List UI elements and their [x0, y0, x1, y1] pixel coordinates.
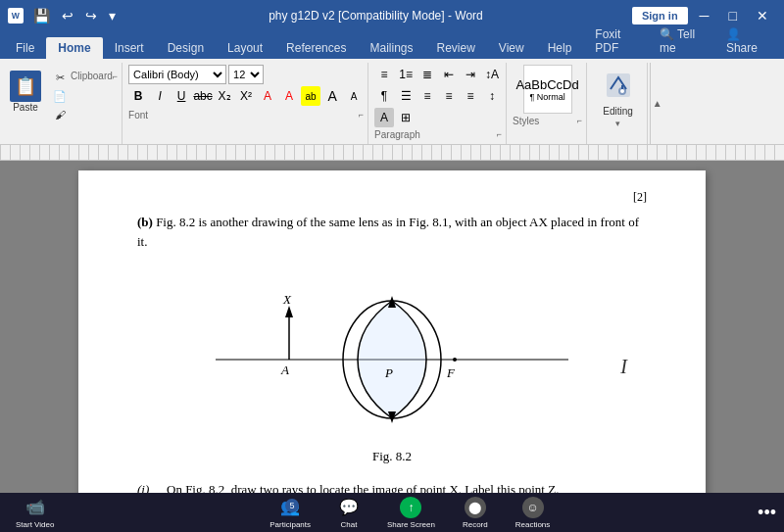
font-color-button[interactable]: A [279, 86, 299, 106]
decrease-indent-button[interactable]: ⇤ [439, 65, 459, 84]
svg-text:A: A [280, 363, 289, 377]
tab-review[interactable]: Review [424, 37, 486, 59]
video-icon: 📹 [24, 497, 46, 518]
cut-button[interactable]: ✂ [49, 69, 71, 86]
participants-label: Participants [270, 520, 311, 529]
font-name-select[interactable]: Calibri (Body) [128, 65, 226, 84]
save-button[interactable]: 💾 [29, 6, 54, 25]
svg-marker-15 [388, 411, 396, 423]
svg-text:F: F [446, 365, 456, 380]
tab-view[interactable]: View [487, 37, 536, 59]
italic-button[interactable]: I [150, 86, 170, 106]
tab-mailings[interactable]: Mailings [358, 37, 424, 59]
font-size-select[interactable]: 12 [228, 65, 264, 84]
show-marks-button[interactable]: ¶ [374, 86, 394, 106]
tab-references[interactable]: References [274, 37, 358, 59]
clear-format-button[interactable]: A [258, 86, 277, 106]
copy-button[interactable]: 📄 [49, 87, 71, 105]
minimize-button[interactable]: ─ [692, 6, 717, 25]
editing-button[interactable]: Editing [601, 65, 636, 117]
subscript-button[interactable]: X₂ [215, 86, 234, 106]
tab-tell-me[interactable]: 🔍 Tell me [652, 24, 714, 59]
svg-text:X: X [282, 292, 292, 307]
font-group-label: Font [128, 110, 148, 121]
tab-home[interactable]: Home [46, 37, 102, 59]
shrink-font-button[interactable]: A [344, 86, 364, 106]
underline-button[interactable]: U [172, 86, 191, 106]
document-page[interactable]: [2] (b) Fig. 8.2 is another drawing of t… [78, 170, 706, 508]
ruler [0, 145, 784, 161]
tab-file[interactable]: File [4, 37, 46, 59]
document-area: [2] (b) Fig. 8.2 is another drawing of t… [0, 161, 784, 508]
grow-font-button[interactable]: A [322, 86, 342, 106]
svg-point-13 [453, 358, 457, 362]
para-buttons: ≡ 1≡ ≣ ⇤ ⇥ ↕A ¶ ☰ ≡ ≡ ≡ ↕ A ⊞ [374, 65, 502, 127]
clipboard-group: 📋 Paste ✂ 📄 🖌 Clipboard ⌐ [2, 63, 122, 144]
title-bar-left: W 💾 ↩ ↪ ▾ [8, 6, 120, 25]
align-right-button[interactable]: ≡ [439, 86, 459, 106]
collapse-ribbon-button[interactable]: ▲ [650, 63, 663, 144]
font-group: Calibri (Body) 12 B I U abc X₂ X² A A ab… [124, 63, 368, 144]
reactions-button[interactable]: ☺ Reactions [508, 495, 559, 531]
strikethrough-button[interactable]: abc [193, 86, 213, 106]
tab-insert[interactable]: Insert [103, 37, 156, 59]
numbering-button[interactable]: 1≡ [396, 65, 416, 84]
font-expand[interactable]: ⌐ [359, 110, 364, 121]
sort-button[interactable]: ↕A [482, 65, 502, 84]
paragraph-expand[interactable]: ⌐ [497, 129, 502, 140]
styles-button[interactable]: AaBbCcDd ¶ Normal [523, 65, 572, 114]
tab-help[interactable]: Help [536, 37, 584, 59]
tab-foxit[interactable]: Foxit PDF [583, 24, 652, 59]
editing-arrow: ▾ [615, 119, 620, 128]
ruler-inner [0, 145, 784, 160]
highlight-button[interactable]: ab [301, 86, 320, 106]
styles-gallery: AaBbCcDd ¶ Normal [523, 65, 572, 114]
svg-text:P: P [384, 365, 393, 380]
format-painter-button[interactable]: 🖌 [49, 106, 71, 123]
bold-button[interactable]: B [128, 86, 148, 106]
participants-button[interactable]: 👥 5 Participants [262, 495, 318, 531]
paragraph-b: (b) Fig. 8.2 is another drawing of the s… [137, 213, 647, 251]
taskbar: 📹 Start Video 👥 5 Participants 💬 Chat ↑ … [0, 493, 784, 532]
taskbar-more-button[interactable]: ••• [758, 503, 776, 523]
paste-icon: 📋 [10, 71, 41, 102]
bullets-button[interactable]: ≡ [374, 65, 394, 84]
ribbon-toolbar: 📋 Paste ✂ 📄 🖌 Clipboard ⌐ Calibri (Body)… [0, 59, 784, 145]
svg-text:W: W [12, 11, 21, 21]
justify-button[interactable]: ≡ [461, 86, 480, 106]
svg-marker-14 [388, 296, 396, 308]
taskbar-video[interactable]: 📹 Start Video [8, 495, 62, 531]
record-icon: ⬤ [465, 497, 486, 518]
close-button[interactable]: ✕ [749, 6, 776, 25]
taskbar-center: 👥 5 Participants 💬 Chat ↑ Share Screen ⬤… [262, 495, 558, 531]
window-title: phy g12D v2 [Compatibility Mode] - Word [120, 9, 632, 23]
undo-button[interactable]: ↩ [58, 6, 77, 25]
video-label: Start Video [16, 520, 54, 529]
tab-layout[interactable]: Layout [216, 37, 274, 59]
record-button[interactable]: ⬤ Record [455, 495, 496, 531]
align-left-button[interactable]: ☰ [396, 86, 416, 106]
line-spacing-button[interactable]: ↕ [482, 86, 502, 106]
styles-group: AaBbCcDd ¶ Normal Styles ⌐ [509, 63, 587, 144]
paste-button[interactable]: 📋 Paste [6, 69, 45, 115]
share-screen-button[interactable]: ↑ Share Screen [379, 495, 443, 531]
clipboard-expand[interactable]: ⌐ [113, 72, 118, 81]
styles-expand[interactable]: ⌐ [577, 116, 582, 126]
font-format-row: B I U abc X₂ X² A A ab A A [128, 86, 364, 106]
border-button[interactable]: ⊞ [396, 108, 416, 127]
taskbar-left: 📹 Start Video [8, 495, 62, 531]
multilevel-button[interactable]: ≣ [417, 65, 437, 84]
tab-share[interactable]: 👤 Share [714, 24, 780, 59]
tab-design[interactable]: Design [156, 37, 216, 59]
restore-button[interactable]: □ [721, 6, 745, 25]
sign-in-button[interactable]: Sign in [632, 7, 688, 24]
chat-button[interactable]: 💬 Chat [330, 495, 368, 531]
increase-indent-button[interactable]: ⇥ [461, 65, 480, 84]
more-button[interactable]: ▾ [105, 6, 120, 25]
word-icon: W [8, 8, 24, 24]
superscript-button[interactable]: X² [236, 86, 256, 106]
shading-button[interactable]: A [374, 108, 394, 127]
reactions-label: Reactions [515, 520, 551, 529]
align-center-button[interactable]: ≡ [417, 86, 437, 106]
redo-button[interactable]: ↪ [81, 6, 101, 25]
